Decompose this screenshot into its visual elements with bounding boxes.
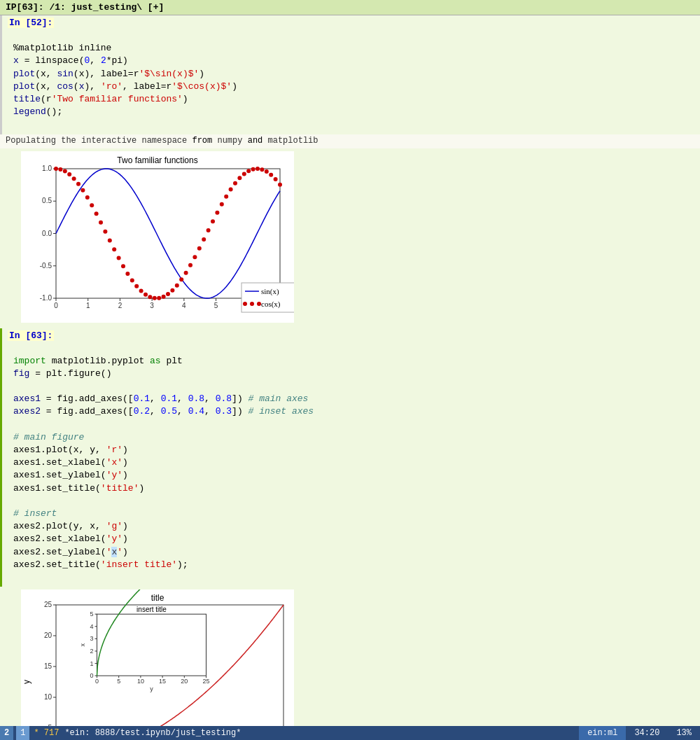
title-text: IP[63]: /1: just_testing\ [+] xyxy=(6,2,164,13)
cell52-code[interactable]: %matplotlib inline x = linspace(0, 2*pi)… xyxy=(13,29,694,132)
cell63-code[interactable]: import matplotlib.pyplot as plt fig = pl… xyxy=(13,342,694,585)
plot1-container xyxy=(0,148,700,328)
status-notebook: *ein: 8888/test.ipynb/just_testing* xyxy=(62,728,579,738)
status-num1: 2 xyxy=(0,726,13,740)
cell52-label: In [52]: xyxy=(8,18,54,28)
title-bar: IP[63]: /1: just_testing\ [+] xyxy=(0,0,700,15)
plot2-container xyxy=(0,587,700,726)
status-num2: 1 xyxy=(16,726,29,740)
cell52-output: Populating the interactive namespace fro… xyxy=(0,134,700,148)
plot1-canvas xyxy=(21,151,294,323)
status-percent: 13% xyxy=(668,726,700,740)
notebook-area: IP[63]: /1: just_testing\ [+] In [52]: %… xyxy=(0,0,700,726)
plot2-canvas xyxy=(21,589,294,726)
status-modified: * 717 xyxy=(34,728,59,738)
status-position: 34:20 xyxy=(626,726,668,740)
output-text: Populating the interactive namespace fro… xyxy=(6,136,318,146)
cell63-label: In [63]: xyxy=(8,330,54,341)
status-bar: 2 1 * 717 *ein: 8888/test.ipynb/just_tes… xyxy=(0,726,700,740)
status-mode: ein:ml xyxy=(579,726,626,740)
